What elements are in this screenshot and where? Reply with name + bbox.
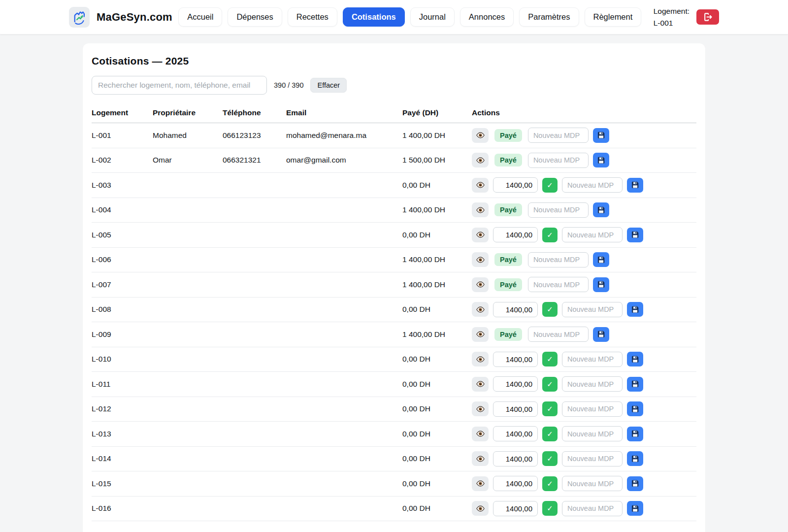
view-button[interactable]	[472, 377, 489, 392]
new-password-input[interactable]	[562, 476, 623, 491]
cell-logement: L-015	[92, 479, 153, 488]
amount-input[interactable]	[493, 451, 538, 466]
save-password-button[interactable]	[593, 128, 609, 143]
clear-button[interactable]: Effacer	[310, 78, 347, 93]
confirm-payment-button[interactable]: ✓	[542, 401, 558, 416]
view-button[interactable]	[472, 401, 489, 416]
amount-input[interactable]	[493, 476, 538, 491]
view-button[interactable]	[472, 202, 489, 217]
row-actions: Payé	[472, 153, 696, 168]
amount-input[interactable]	[493, 302, 538, 317]
new-password-input[interactable]	[528, 202, 589, 218]
save-password-button[interactable]	[627, 178, 643, 193]
eye-icon	[476, 256, 485, 264]
save-password-button[interactable]	[627, 401, 643, 416]
check-icon: ✓	[547, 504, 553, 513]
confirm-payment-button[interactable]: ✓	[542, 451, 558, 466]
save-password-button[interactable]	[627, 352, 643, 366]
nav-tab-journal[interactable]: Journal	[410, 7, 455, 27]
view-button[interactable]	[472, 228, 489, 242]
cell-paye: 0,00 DH	[402, 479, 472, 488]
eye-icon	[476, 231, 485, 238]
save-password-button[interactable]	[593, 252, 609, 267]
eye-icon	[476, 356, 485, 363]
new-password-input[interactable]	[562, 426, 623, 441]
new-password-input[interactable]	[528, 153, 589, 168]
view-button[interactable]	[472, 327, 489, 342]
save-password-button[interactable]	[627, 427, 643, 441]
amount-input[interactable]	[493, 177, 538, 193]
floppy-disk-icon	[631, 181, 639, 189]
nav-tab-reglement[interactable]: Règlement	[585, 7, 642, 27]
eye-icon	[476, 455, 485, 463]
confirm-payment-button[interactable]: ✓	[542, 302, 558, 317]
nav-tab-parametres[interactable]: Paramètres	[519, 7, 579, 27]
main-nav: AccueilDépensesRecettesCotisationsJourna…	[172, 7, 648, 27]
save-password-button[interactable]	[627, 451, 643, 466]
nav-tab-cotisations[interactable]: Cotisations	[343, 7, 405, 27]
new-password-input[interactable]	[562, 177, 623, 193]
search-input[interactable]	[92, 76, 267, 95]
confirm-payment-button[interactable]: ✓	[542, 178, 558, 193]
nav-tab-annonces[interactable]: Annonces	[460, 7, 514, 27]
cell-paye: 1 500,00 DH	[402, 156, 472, 165]
save-password-button[interactable]	[593, 277, 609, 292]
new-password-input[interactable]	[562, 501, 623, 516]
cell-paye: 1 400,00 DH	[402, 330, 472, 339]
confirm-payment-button[interactable]: ✓	[542, 377, 558, 392]
new-password-input[interactable]	[562, 401, 623, 417]
view-button[interactable]	[472, 476, 489, 491]
floppy-disk-icon	[631, 430, 639, 438]
confirm-payment-button[interactable]: ✓	[542, 228, 558, 242]
save-password-button[interactable]	[627, 501, 643, 516]
view-button[interactable]	[472, 451, 489, 466]
new-password-input[interactable]	[562, 302, 623, 317]
eye-icon	[476, 380, 485, 388]
view-button[interactable]	[472, 128, 489, 143]
save-password-button[interactable]	[627, 228, 643, 242]
confirm-payment-button[interactable]: ✓	[542, 352, 558, 366]
save-password-button[interactable]	[593, 327, 609, 342]
cell-logement: L-014	[92, 454, 153, 463]
save-password-button[interactable]	[627, 476, 643, 491]
table-row: L-0071 400,00 DHPayé	[92, 272, 696, 298]
new-password-input[interactable]	[528, 277, 589, 292]
view-button[interactable]	[472, 252, 489, 267]
header-inner: MaGeSyn.com AccueilDépensesRecettesCotis…	[69, 0, 719, 34]
confirm-payment-button[interactable]: ✓	[542, 476, 558, 491]
amount-input[interactable]	[493, 501, 538, 516]
new-password-input[interactable]	[562, 376, 623, 392]
new-password-input[interactable]	[562, 352, 623, 367]
paid-badge: Payé	[494, 154, 522, 166]
new-password-input[interactable]	[528, 128, 589, 143]
view-button[interactable]	[472, 427, 489, 441]
confirm-payment-button[interactable]: ✓	[542, 501, 558, 516]
amount-input[interactable]	[493, 227, 538, 242]
confirm-payment-button[interactable]: ✓	[542, 427, 558, 441]
view-button[interactable]	[472, 153, 489, 167]
view-button[interactable]	[472, 501, 489, 516]
new-password-input[interactable]	[562, 227, 623, 242]
new-password-input[interactable]	[562, 451, 623, 466]
table-row: L-0160,00 DH✓	[92, 497, 696, 522]
new-password-input[interactable]	[528, 327, 589, 342]
amount-input[interactable]	[493, 376, 538, 392]
nav-tab-depenses[interactable]: Dépenses	[228, 7, 282, 27]
nav-tab-recettes[interactable]: Recettes	[288, 7, 337, 27]
view-button[interactable]	[472, 277, 489, 292]
save-password-button[interactable]	[593, 202, 609, 217]
floppy-disk-icon	[597, 280, 605, 289]
row-actions: Payé	[472, 252, 696, 267]
new-password-input[interactable]	[528, 252, 589, 267]
amount-input[interactable]	[493, 401, 538, 417]
view-button[interactable]	[472, 352, 489, 366]
amount-input[interactable]	[493, 426, 538, 441]
view-button[interactable]	[472, 302, 489, 317]
nav-tab-accueil[interactable]: Accueil	[178, 7, 222, 27]
save-password-button[interactable]	[627, 302, 643, 317]
save-password-button[interactable]	[627, 377, 643, 392]
amount-input[interactable]	[493, 352, 538, 367]
view-button[interactable]	[472, 178, 489, 193]
save-password-button[interactable]	[593, 153, 609, 167]
logout-button[interactable]	[696, 9, 719, 25]
